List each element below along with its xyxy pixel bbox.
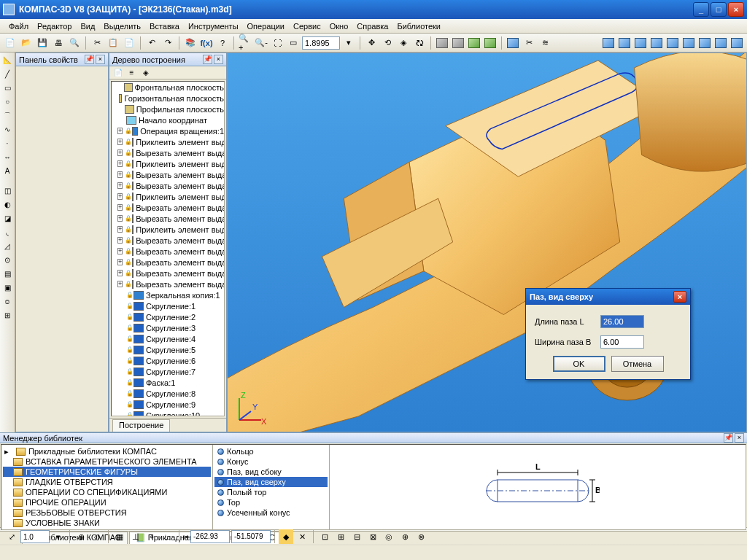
menu-tools[interactable]: Инструменты: [184, 20, 243, 32]
dialog-close-icon[interactable]: ×: [673, 291, 686, 303]
libmgr-close-icon[interactable]: ×: [735, 433, 744, 443]
vt-spline-icon[interactable]: ∿: [1, 123, 14, 136]
tree-item[interactable]: 🔒Скругление:1: [112, 300, 224, 311]
menu-insert[interactable]: Вставка: [145, 20, 184, 32]
sb-scale-icon[interactable]: ⤢: [4, 529, 19, 544]
lib-root[interactable]: ▸Прикладные библиотеки КОМПАС: [3, 446, 211, 456]
tree-item[interactable]: +🔒Приклеить элемент выдавливания: [112, 191, 224, 202]
sb-c3-icon[interactable]: ⊟: [349, 529, 364, 544]
simplify-icon[interactable]: ≋: [538, 36, 552, 50]
preview-icon[interactable]: 🔍: [67, 36, 82, 50]
sb-grid-icon[interactable]: ▦: [112, 529, 127, 544]
sb-c4-icon[interactable]: ⊠: [365, 529, 380, 544]
vt-revolve-icon[interactable]: ◐: [1, 198, 14, 211]
tree-item[interactable]: +🔒Приклеить элемент выдавливания: [112, 136, 224, 147]
tree-item[interactable]: Начало координат: [112, 114, 224, 125]
menu-file[interactable]: Файл: [4, 20, 33, 32]
undo-icon[interactable]: ↶: [144, 36, 159, 50]
sb-c1-icon[interactable]: ⊡: [317, 529, 332, 544]
view-right-icon[interactable]: [633, 36, 648, 50]
tree-item[interactable]: 🔒Скругление:7: [112, 366, 224, 377]
menu-operations[interactable]: Операции: [243, 20, 289, 32]
zoom-fit-icon[interactable]: ⛶: [270, 36, 285, 50]
vt-text-icon[interactable]: A: [1, 165, 14, 177]
open-icon[interactable]: 📂: [19, 36, 34, 50]
props-pin-icon[interactable]: 📌: [85, 55, 94, 64]
tree-item[interactable]: +🔒Вырезать элемент выдавливания: [112, 169, 224, 180]
new-icon[interactable]: 📄: [3, 36, 18, 50]
view-iso2-icon[interactable]: [713, 36, 728, 50]
lib-shape[interactable]: Конус: [214, 456, 328, 467]
refresh-icon[interactable]: 🗘: [412, 36, 427, 50]
tree-tb2-icon[interactable]: ≡: [125, 66, 138, 79]
menu-view[interactable]: Вид: [76, 20, 99, 32]
maximize-button[interactable]: □: [711, 2, 727, 17]
shaded-edges-icon[interactable]: [483, 36, 498, 50]
zoom-out-icon[interactable]: 🔍-: [254, 36, 268, 50]
tree-tab-build[interactable]: Построение: [112, 419, 170, 432]
vt-cut-icon[interactable]: ◪: [1, 212, 14, 225]
tree-item[interactable]: 🔒Фаска:1: [112, 377, 224, 388]
tree-item[interactable]: +🔒Вырезать элемент выдавливания: [112, 180, 224, 191]
lib-folder[interactable]: РЕЗЬБОВЫЕ ОТВЕРСТИЯ: [3, 508, 211, 518]
lib-shape[interactable]: Полый тор: [214, 487, 328, 497]
shaded-icon[interactable]: [467, 36, 481, 50]
vt-rect-icon[interactable]: ▭: [1, 82, 14, 94]
tree-item[interactable]: 🔒Скругление:8: [112, 388, 224, 399]
tree-item[interactable]: +🔒Вырезать элемент выдавливания: [112, 147, 224, 158]
view-front-icon[interactable]: [617, 36, 632, 50]
zoom-dropdown-icon[interactable]: ▾: [341, 36, 356, 50]
tree-item[interactable]: Горизонтальная плоскость: [112, 93, 224, 104]
feature-tree[interactable]: Фронтальная плоскостьГоризонтальная плос…: [111, 81, 225, 416]
vt-extrude-icon[interactable]: ◫: [1, 184, 14, 197]
tree-pin-icon[interactable]: 📌: [203, 55, 212, 64]
menu-edit[interactable]: Редактор: [33, 20, 76, 32]
vars-icon[interactable]: f(x): [199, 36, 214, 50]
tree-item[interactable]: 🔒Скругление:10: [112, 410, 224, 416]
lib-folder-list[interactable]: ▸Прикладные библиотеки КОМПАСВСТАВКА ПАР…: [1, 445, 213, 529]
sb-snap1-icon[interactable]: ⊕: [74, 529, 88, 544]
vt-mirror-icon[interactable]: ⎊: [1, 295, 14, 308]
lib-shape[interactable]: Кольцо: [214, 446, 328, 456]
close-button[interactable]: ×: [728, 2, 744, 17]
tree-item[interactable]: 🔒Зеркальная копия:1: [112, 289, 224, 300]
view-iso-icon[interactable]: [697, 36, 712, 50]
sb-c2-icon[interactable]: ⊞: [333, 529, 348, 544]
tree-item[interactable]: 🔒Скругление:5: [112, 344, 224, 355]
sb-scale-drop-icon[interactable]: ▾: [51, 529, 66, 544]
vt-rib-icon[interactable]: ▤: [1, 268, 14, 280]
tree-tb1-icon[interactable]: 📄: [112, 66, 124, 79]
view-iso3-icon[interactable]: [729, 36, 744, 50]
libmgr-pin-icon[interactable]: 📌: [724, 433, 733, 443]
tree-item[interactable]: 🔒Скругление:2: [112, 311, 224, 322]
zoom-in-icon[interactable]: 🔍+: [238, 36, 252, 50]
minimize-button[interactable]: _: [693, 2, 709, 17]
lib-shape-list[interactable]: КольцоКонусПаз, вид сбокуПаз, вид сверху…: [213, 445, 330, 529]
view-bottom-icon[interactable]: [681, 36, 696, 50]
vt-line-icon[interactable]: ╱: [1, 68, 14, 80]
menu-service[interactable]: Сервис: [289, 20, 325, 32]
print-icon[interactable]: 🖶: [51, 36, 66, 50]
view-left-icon[interactable]: [665, 36, 680, 50]
vt-hole-icon[interactable]: ⊙: [1, 254, 14, 266]
vt-chamfer-icon[interactable]: ◿: [1, 240, 14, 252]
3d-viewport[interactable]: Z X Y Паз, вид сверху × Длина паза L Шир…: [227, 52, 747, 432]
pan-icon[interactable]: ✥: [364, 36, 379, 50]
copy-icon[interactable]: 📋: [106, 36, 120, 50]
tree-item[interactable]: +🔒Приклеить элемент выдавливания: [112, 158, 224, 169]
lib-folder[interactable]: УСЛОВНЫЕ ЗНАКИ: [3, 518, 211, 528]
cancel-button[interactable]: Отмена: [611, 356, 664, 372]
vt-sketch-icon[interactable]: 📐: [1, 54, 14, 66]
sb-scale-input[interactable]: [20, 530, 50, 543]
view-top-icon[interactable]: [601, 36, 616, 50]
orient-icon[interactable]: ◈: [396, 36, 411, 50]
hlr-icon[interactable]: [451, 36, 465, 50]
sb-snap2-icon[interactable]: ◇: [90, 529, 104, 544]
redo-icon[interactable]: ↷: [160, 36, 175, 50]
length-input[interactable]: [600, 315, 644, 328]
vt-point-icon[interactable]: ·: [1, 137, 14, 149]
sb-osnap-icon[interactable]: ⌖: [144, 529, 159, 544]
zoom-window-icon[interactable]: ▭: [286, 36, 301, 50]
save-icon[interactable]: 💾: [35, 36, 50, 50]
tree-item[interactable]: Профильная плоскость: [112, 104, 224, 114]
